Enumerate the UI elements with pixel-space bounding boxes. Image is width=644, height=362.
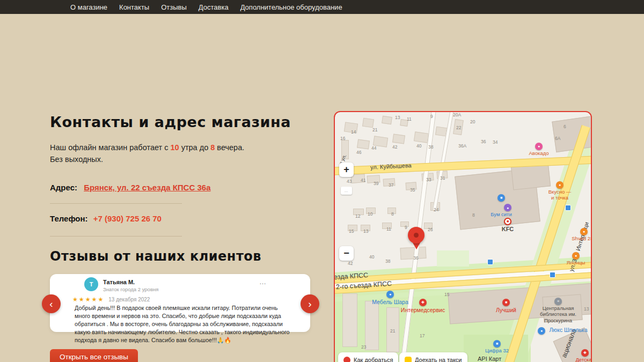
zoom-out-button[interactable]: − [339,246,354,261]
map-building [414,131,429,143]
reviews-title: Отзывы от наших клиентов [50,249,261,264]
phone-label: Телефон: [50,214,88,223]
building-number: 36А [458,143,466,149]
address-link[interactable]: Брянск, ул. 22 съезда КПСС 36а [84,183,210,192]
transit-stop-icon [565,205,571,211]
api-maps-link[interactable]: API Карт [478,356,501,362]
furniture-icon: ● [386,291,394,298]
building-number: 21 [372,127,377,132]
electronics-icon: ■ [493,340,501,348]
poi-intermedservis: ✚ Интермедсервис [397,296,449,313]
building-number: 6 [564,124,566,129]
carousel-prev-button[interactable]: ‹ [42,294,61,313]
page-title: Контакты и адрес магазина [50,114,291,130]
building-number: 12 [355,213,360,219]
building-number: 44 [371,145,376,151]
ruler-tool-icon[interactable]: … [341,187,352,195]
yandex-map[interactable]: ул. Куйбышева езда КПСС 2-го съезда КПСС… [334,111,592,362]
building-number: 21 [390,328,395,334]
building-number: 33 [426,177,431,182]
phone-link[interactable]: +7 (930) 725 26 70 [93,214,162,223]
nav-item-reviews[interactable]: Отзывы [161,3,187,11]
star-rating: ★★★★★ [72,296,104,302]
route-button[interactable]: Как добраться [338,352,398,362]
building-number: 42 [348,261,353,266]
poi-avokado: ● Авокадо [524,140,554,156]
building-number: 38 [385,258,390,264]
map-green-area [437,250,469,267]
divider [50,236,182,237]
building-number: 13 [395,115,400,120]
building-number: 8 [391,211,394,217]
map-building [342,293,357,347]
building-number: 34 [493,139,497,145]
building-number: 37 [389,182,393,188]
building-number: 20А [453,112,461,117]
building-number: 46 [356,150,361,155]
building-number: 20 [470,119,475,124]
map-building [357,139,370,150]
poi-vkusno-i-tochka: ● Вкусно — и точка [543,179,576,201]
building-number: 42 [392,144,397,150]
building-number: 36 [413,255,418,261]
building-number: 23 [361,344,366,350]
reviewer-name: Татьяна М. [103,279,135,285]
taxi-button[interactable]: Доехать на такси [399,352,467,362]
building-number: 31 [440,175,445,181]
building-number: 13 [584,306,589,312]
carousel-next-button[interactable]: › [301,294,319,313]
poi-luchshiy: ■ Лучший [492,296,521,313]
poi-detskaya: ✚ Детская [571,346,592,362]
poi-library: ≡ Центральная библиотека им. Проскурина [538,295,579,324]
divider [50,203,182,204]
library-icon: ≡ [554,298,562,305]
reviewer-level: Знаток города 2 уровня [103,286,158,292]
building-number: 41 [361,178,365,183]
building-number: 11 [386,226,391,232]
building-number: 6А [555,136,560,141]
fastfood-icon: ● [556,181,564,189]
poi-bum-city: ■ ● Бум сити [486,191,516,218]
nav-item-delivery[interactable]: Доставка [199,3,229,11]
poi-kfc: ■ KFC [496,215,519,232]
open-all-reviews-button[interactable]: Открыть все отзывы [50,349,138,362]
building-number: 17 [420,333,425,338]
phone-row: Телефон: +7 (930) 725 26 70 [50,214,162,223]
nav-item-contacts[interactable]: Контакты [119,3,149,11]
medical-cross-icon: ✚ [419,299,427,306]
zoom-in-button[interactable]: + [339,162,354,177]
building-number: 43 [347,179,352,184]
yandex-maps-icon [343,357,350,362]
medical-cross-icon: ✚ [581,349,589,357]
address-row: Адрес: Брянск, ул. 22 съезда КПСС 36а [50,183,210,192]
map-building [382,116,392,124]
hours-suffix: вечера. [215,143,244,152]
nav-item-equipment[interactable]: Дополнительное оборудование [240,3,342,11]
pin-dot [414,233,419,238]
hours-mid: утра до [179,143,211,152]
nav-item-about[interactable]: О магазине [70,3,107,11]
poi-shved: ● Shved 288 [569,225,592,241]
top-navigation: О магазине Контакты Отзывы Доставка Допо… [0,0,644,14]
kfc-icon: ■ [504,218,511,225]
building-number: 15 [349,228,354,234]
review-menu-icon[interactable]: … [256,277,270,286]
taxi-icon [405,357,412,362]
review-rating-row: ★★★★★13 декабря 2022 [72,296,150,303]
beauty-icon: ● [538,327,545,335]
transit-stop-icon [487,259,493,265]
review-card: Т Татьяна М. Знаток города 2 уровня … ★★… [50,274,310,332]
transit-stop-icon [550,272,555,278]
building-number: 22 [456,125,461,130]
building-number: 40 [369,254,374,260]
working-hours-text: Наш офлайн магазин работает с 10 утра до… [50,142,244,166]
hours-line2: Без выходных. [50,155,103,164]
building-number: 11 [407,116,412,122]
map-building [362,118,374,128]
review-text: Добрый день!!! В подарок своей племяшке … [75,304,294,344]
building-number: 36 [481,139,486,144]
map-pin-marker[interactable] [408,227,425,252]
building-number: 35 [410,187,415,193]
service-icon: ● [504,204,511,211]
mall-icon: ■ [497,194,505,202]
